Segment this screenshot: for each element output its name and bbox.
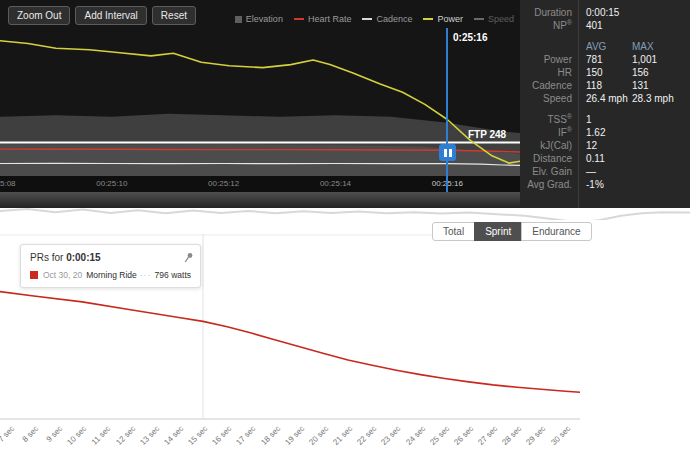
stat-value: 0.11 [578,152,605,165]
pr-tooltip: PRs for 0:00:15 Oct 30, 20 Morning Ride … [20,244,201,288]
pr-ride-name[interactable]: Morning Ride [86,270,137,280]
x-tick-label: 21 sec [331,424,354,447]
stats-row: Cadence118131 [520,79,690,92]
x-tick-label: 18 sec [259,424,282,447]
x-tick-label: 30 sec [549,424,572,447]
stats-row: Elv. Gain— [520,165,690,178]
pause-icon [444,149,447,157]
stat-label: Speed [520,92,578,105]
zoom-out-button[interactable]: Zoom Out [8,6,70,25]
stats-row: AVGMAX [520,40,690,53]
dotted-leader: ··············· [140,270,152,280]
stat-label [520,40,578,53]
x-tick-label: 10 sec [65,424,88,447]
x-tick-label: 11 sec [90,424,113,447]
stat-max-value: 28.3 mph [632,92,674,105]
stat-label: Cadence [520,79,578,92]
pause-button[interactable] [439,144,456,161]
stat-label: Power [520,53,578,66]
legend-label: Cadence [376,14,412,24]
legend-item-power[interactable]: Power [423,14,463,24]
x-tick-label: 28 sec [500,424,523,447]
playhead-line[interactable] [446,28,448,192]
stats-row: HR150156 [520,66,690,79]
legend-item-speed[interactable]: Speed [474,14,514,24]
stat-label: Elv. Gain [520,165,578,178]
stats-row: Speed26.4 mph28.3 mph [520,92,690,105]
stats-divider [578,0,579,208]
stats-row: Avg Grad.-1% [520,178,690,191]
stat-label: Avg Grad. [520,178,578,191]
x-tick-label: 00:25:14 [320,179,351,188]
stats-row: kJ(Cal)12 [520,139,690,152]
stats-row: TSS®1 [520,113,690,126]
x-tick-label: 00:25:08 [0,179,16,188]
legend-label: Heart Rate [308,14,352,24]
stat-value: -1% [578,178,604,191]
playhead-time-label: 0:25:16 [453,32,487,43]
ride-chart-x-axis: 00:25:0800:25:1000:25:1200:25:1400:25:16 [0,176,520,192]
pin-icon[interactable] [182,251,195,264]
stat-label: HR [520,66,578,79]
tab-sprint[interactable]: Sprint [474,222,522,241]
stat-avg-value: 781 [578,53,632,66]
stats-row: Distance0.11 [520,152,690,165]
x-tick-label: 25 sec [428,424,451,447]
x-tick-label: 9 sec [44,424,64,444]
legend-label: Power [437,14,463,24]
ftp-label: FTP 248 [468,129,506,140]
pr-tooltip-title: PRs for 0:00:15 [30,252,191,263]
x-tick-label: 16 sec [210,424,233,447]
x-tick-label: 8 sec [20,424,40,444]
stat-value: — [578,165,596,178]
x-tick-label: 14 sec [162,424,185,447]
legend: ElevationHeart RateCadencePowerSpeed [235,14,514,24]
stats-row: Power7811,001 [520,53,690,66]
legend-item-heart-rate[interactable]: Heart Rate [294,14,352,24]
stats-rows: Duration0:00:15NP®401AVGMAXPower7811,001… [520,6,690,191]
legend-swatch [423,18,433,20]
pr-tooltip-title-prefix: PRs for [30,252,63,263]
pr-tooltip-duration: 0:00:15 [66,252,100,263]
legend-item-cadence[interactable]: Cadence [362,14,412,24]
x-tick-label: 23 sec [380,424,403,447]
legend-label: Speed [488,14,514,24]
stats-row: NP®401 [520,19,690,32]
x-tick-label: 26 sec [452,424,475,447]
x-tick-label: 20 sec [307,424,330,447]
interval-stats-panel: Duration0:00:15NP®401AVGMAXPower7811,001… [520,0,690,208]
x-tick-label: 24 sec [404,424,427,447]
pr-tooltip-entry: Oct 30, 20 Morning Ride ··············· … [30,270,191,280]
legend-item-elevation[interactable]: Elevation [235,14,283,24]
stat-max-value: 156 [632,66,649,79]
stat-col-avg: AVG [578,40,632,53]
pr-chart-x-axis: 7 sec8 sec9 sec10 sec11 sec12 sec13 sec1… [0,422,690,453]
x-tick-label: 19 sec [283,424,306,447]
legend-swatch [294,18,304,20]
stat-avg-value: 26.4 mph [578,92,632,105]
stat-label: kJ(Cal) [520,139,578,152]
tab-endurance[interactable]: Endurance [521,222,591,241]
legend-swatch [474,18,484,20]
ride-analysis-app: 00:25:0800:25:1000:25:1200:25:1400:25:16… [0,0,690,453]
x-tick-label: 27 sec [476,424,499,447]
pr-watts-value: 796 watts [155,270,191,280]
stat-avg-value: 150 [578,66,632,79]
stat-value: 12 [578,139,597,152]
reset-button[interactable]: Reset [152,6,196,25]
stat-col-max: MAX [632,40,654,53]
pr-ride-date: Oct 30, 20 [43,270,82,280]
stat-label: NP® [520,19,578,32]
x-tick-label: 13 sec [138,424,161,447]
stat-max-value: 131 [632,79,649,92]
tab-total[interactable]: Total [432,222,475,241]
stat-label: TSS® [520,113,578,126]
pr-tabs: TotalSprintEndurance [432,222,592,241]
chart-toolbar: Zoom Out Add Interval Reset [8,6,196,25]
x-tick-label: 00:25:10 [96,179,127,188]
stat-label: IF® [520,126,578,139]
stat-value: 401 [578,19,603,32]
stat-value: 1.62 [578,126,605,139]
pr-chart-panel: TotalSprintEndurance PRs for 0:00:15 Oct… [0,220,690,453]
add-interval-button[interactable]: Add Interval [75,6,146,25]
